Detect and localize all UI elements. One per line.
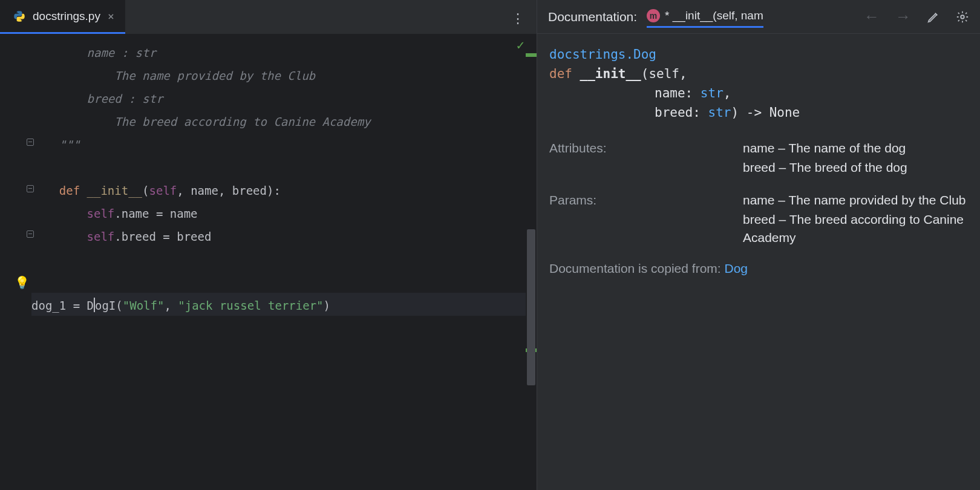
code-text[interactable]: name : str The name provided by the Club…	[31, 34, 537, 490]
documentation-panel: Documentation: m * __init__(self, nam ← …	[537, 0, 980, 490]
code-area[interactable]: 💡 name : str The name provided by the Cl…	[0, 34, 537, 490]
doc-attributes-label: Attributes:	[549, 139, 743, 178]
inspection-ok-icon[interactable]: ✓	[517, 38, 524, 53]
doc-source-link[interactable]: Dog	[724, 261, 748, 275]
doc-content: docstrings.Dog def __init__(self, name: …	[537, 34, 980, 287]
python-file-icon	[13, 10, 25, 22]
doc-tab-label: * __init__(self, nam	[665, 9, 763, 22]
doc-header: Documentation: m * __init__(self, nam ← …	[537, 0, 980, 34]
doc-copied-from: Documentation is copied from: Dog	[549, 261, 968, 276]
nav-forward-icon[interactable]: →	[895, 7, 911, 26]
gutter	[0, 34, 31, 490]
editor-pane: docstrings.py × ⋮ 💡 name : str The name …	[0, 0, 537, 490]
settings-gear-icon[interactable]	[956, 10, 969, 24]
close-tab-icon[interactable]: ×	[108, 10, 114, 22]
edit-icon[interactable]	[927, 10, 940, 24]
doc-params-row: Params: name – The name provided by the …	[549, 191, 968, 248]
nav-back-icon[interactable]: ←	[864, 7, 880, 26]
tab-overflow-icon[interactable]: ⋮	[511, 11, 526, 26]
intention-bulb-icon[interactable]: 💡	[15, 275, 30, 290]
method-badge-icon: m	[647, 9, 660, 22]
doc-panel-title: Documentation:	[548, 10, 637, 24]
ibeam-cursor-icon: I	[109, 294, 116, 317]
file-tab-label: docstrings.py	[33, 10, 100, 23]
file-tab[interactable]: docstrings.py ×	[0, 0, 125, 34]
doc-attributes-row: Attributes: name – The name of the dog b…	[549, 139, 968, 178]
editor-scrollbar[interactable]	[526, 34, 537, 490]
doc-tab[interactable]: m * __init__(self, nam	[647, 9, 763, 28]
doc-params-label: Params:	[549, 191, 743, 248]
doc-signature: docstrings.Dog def __init__(self, name: …	[549, 45, 968, 122]
svg-point-0	[961, 15, 964, 19]
editor-tab-strip: docstrings.py × ⋮	[0, 0, 537, 34]
